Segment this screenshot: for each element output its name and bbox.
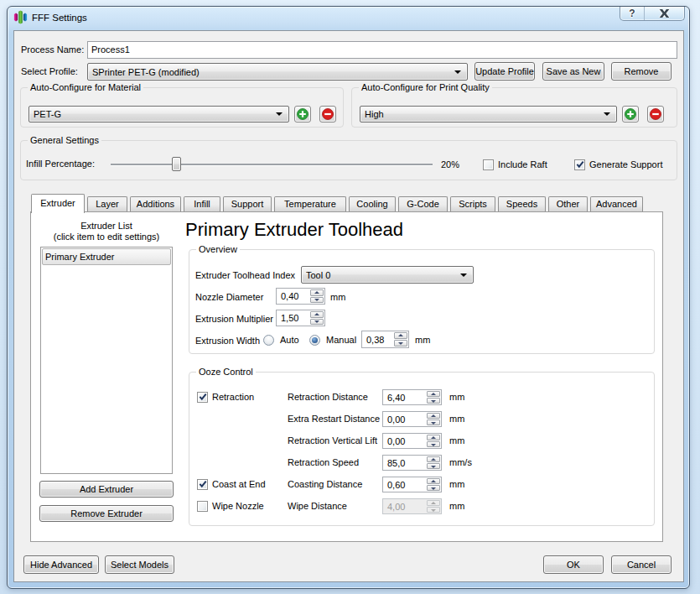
hide-advanced-button[interactable]: Hide Advanced — [23, 555, 99, 574]
ooze-control-group: Ooze Control Retraction Coast at End Wip… — [189, 372, 655, 526]
retraction-distance-spinbox[interactable]: 6,40 — [382, 389, 442, 405]
wipe-distance-value: 4,00 — [387, 499, 405, 513]
settings-tab-bar: Extruder Layer Additions Infill Support … — [31, 194, 646, 213]
extra-restart-distance-down-icon[interactable] — [427, 419, 440, 425]
nozzle-diameter-label: Nozzle Diameter — [195, 289, 263, 305]
tab-advanced[interactable]: Advanced — [590, 196, 643, 211]
material-select[interactable]: PET-G — [29, 106, 289, 122]
retraction-distance-value: 6,40 — [387, 390, 405, 404]
extruder-list-item-selected[interactable]: Primary Extruder — [42, 248, 171, 265]
extrusion-multiplier-spinbox[interactable]: 1,50 — [276, 310, 325, 326]
retraction-speed-down-icon[interactable] — [427, 463, 440, 469]
cancel-button[interactable]: Cancel — [611, 555, 671, 574]
extrusion-width-manual-option[interactable]: Manual — [309, 334, 356, 346]
retraction-vertical-lift-spinbox[interactable]: 0,00 — [382, 433, 442, 449]
remove-material-button[interactable] — [319, 106, 336, 122]
add-quality-button[interactable] — [622, 106, 639, 122]
retraction-distance-label: Retraction Distance — [288, 388, 368, 405]
extruder-list[interactable]: Primary Extruder — [40, 247, 173, 474]
extrusion-width-spinbox[interactable]: 0,38 — [361, 331, 409, 348]
extrusion-width-unit: mm — [415, 331, 430, 348]
tab-temperature[interactable]: Temperature — [274, 196, 346, 211]
help-button[interactable]: ? — [620, 7, 644, 20]
update-profile-button[interactable]: Update Profile — [474, 62, 535, 81]
wipe-nozzle-checkbox[interactable] — [197, 501, 208, 512]
extrusion-width-down-icon[interactable] — [394, 340, 407, 346]
retraction-distance-up-icon[interactable] — [427, 391, 440, 397]
retraction-speed-value: 85,0 — [387, 456, 405, 470]
coasting-distance-up-icon[interactable] — [427, 478, 440, 484]
tab-extruder[interactable]: Extruder — [31, 194, 85, 213]
coasting-distance-unit: mm — [449, 476, 464, 492]
extra-restart-distance-up-icon[interactable] — [427, 413, 440, 419]
generate-support-row[interactable]: Generate Support — [574, 159, 662, 171]
retraction-vertical-lift-up-icon[interactable] — [427, 435, 440, 440]
retraction-speed-spinbox[interactable]: 85,0 — [382, 455, 442, 471]
nozzle-diameter-spinbox[interactable]: 0,40 — [276, 288, 325, 305]
add-material-button[interactable] — [294, 106, 311, 122]
extrusion-multiplier-up-icon[interactable] — [310, 311, 324, 318]
ok-button[interactable]: OK — [543, 555, 604, 574]
extra-restart-distance-spinbox[interactable]: 0,00 — [382, 411, 442, 427]
extrusion-width-label: Extrusion Width — [195, 332, 260, 349]
tab-other[interactable]: Other — [548, 196, 588, 211]
remove-profile-button[interactable]: Remove — [611, 62, 671, 81]
tab-layer[interactable]: Layer — [87, 196, 127, 211]
window-titlebar[interactable]: FFF Settings ? — [8, 7, 689, 30]
generate-support-checkbox[interactable] — [574, 159, 585, 170]
retraction-distance-down-icon[interactable] — [427, 398, 440, 404]
extrusion-multiplier-down-icon[interactable] — [310, 319, 324, 326]
coasting-distance-value: 0,60 — [387, 477, 405, 492]
general-settings-group: General Settings Infill Percentage: 20% … — [20, 140, 677, 180]
select-models-button[interactable]: Select Models — [105, 555, 174, 574]
infill-slider-track[interactable] — [111, 164, 433, 165]
material-select-value: PET-G — [34, 109, 61, 119]
simplify3d-app-icon — [13, 10, 28, 24]
tab-additions[interactable]: Additions — [130, 196, 181, 211]
remove-extruder-button[interactable]: Remove Extruder — [39, 505, 174, 522]
retraction-row[interactable]: Retraction — [197, 391, 254, 404]
extruder-tab-panel: Extruder List (click item to edit settin… — [30, 211, 663, 542]
toolhead-index-value: Tool 0 — [306, 270, 330, 280]
coasting-distance-spinbox[interactable]: 0,60 — [382, 477, 442, 492]
coast-at-end-row[interactable]: Coast at End — [197, 478, 266, 491]
tab-g-code[interactable]: G-Code — [398, 196, 448, 211]
overview-group: Overview Extruder Toolhead Index Tool 0 … — [189, 249, 655, 354]
remove-profile-label: Remove — [625, 66, 659, 76]
process-name-label: Process Name: — [21, 41, 84, 59]
infill-slider-handle[interactable] — [172, 157, 181, 171]
extrusion-width-up-icon[interactable] — [394, 332, 407, 339]
tab-support[interactable]: Support — [223, 196, 272, 211]
coast-at-end-checkbox[interactable] — [197, 479, 208, 490]
tab-speeds[interactable]: Speeds — [498, 196, 546, 211]
nozzle-diameter-value: 0,40 — [281, 289, 298, 304]
tab-scripts[interactable]: Scripts — [450, 196, 495, 211]
select-profile-label: Select Profile: — [21, 63, 78, 81]
close-button[interactable] — [644, 7, 684, 20]
retraction-checkbox[interactable] — [197, 392, 208, 403]
add-extruder-button[interactable]: Add Extruder — [39, 481, 174, 498]
wipe-nozzle-row[interactable]: Wipe Nozzle — [197, 500, 264, 513]
check-icon — [198, 392, 208, 402]
coasting-distance-down-icon[interactable] — [427, 485, 440, 491]
toolhead-index-select[interactable]: Tool 0 — [301, 266, 474, 284]
include-raft-row[interactable]: Include Raft — [483, 159, 547, 171]
tab-infill[interactable]: Infill — [184, 196, 220, 211]
extruder-list-subtitle: (click item to edit settings) — [40, 232, 173, 242]
tab-cooling[interactable]: Cooling — [349, 196, 396, 211]
save-as-new-button[interactable]: Save as New — [542, 62, 604, 81]
extrusion-width-auto-option[interactable]: Auto — [263, 334, 299, 346]
retraction-speed-up-icon[interactable] — [427, 456, 440, 462]
extrusion-width-auto-radio[interactable] — [263, 335, 274, 346]
retraction-vertical-lift-down-icon[interactable] — [427, 441, 440, 447]
nozzle-diameter-up-icon[interactable] — [310, 289, 324, 296]
extrusion-width-manual-radio[interactable] — [309, 335, 320, 346]
process-name-input[interactable]: Process1 — [87, 41, 677, 59]
include-raft-checkbox[interactable] — [483, 159, 494, 170]
nozzle-diameter-down-icon[interactable] — [310, 297, 324, 304]
profile-select[interactable]: SPrinter PET-G (modified) — [87, 63, 468, 81]
ooze-control-group-title: Ooze Control — [196, 366, 256, 378]
quality-select[interactable]: High — [360, 106, 617, 122]
remove-quality-button[interactable] — [647, 106, 664, 122]
add-quality-icon — [625, 108, 636, 120]
